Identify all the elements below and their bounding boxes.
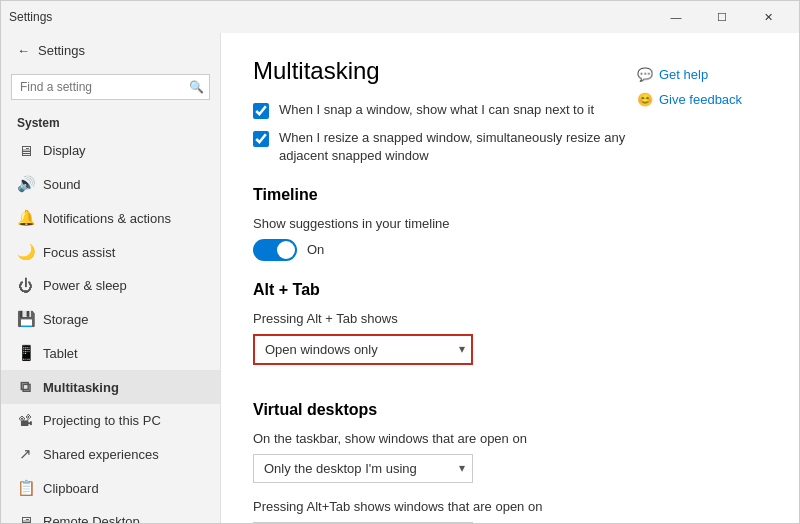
sidebar-item-label: Sound — [43, 177, 81, 192]
sidebar-section-label: System — [1, 106, 220, 134]
give-feedback-link[interactable]: 😊 Give feedback — [637, 92, 742, 107]
alt-tab-section-title: Alt + Tab — [253, 281, 637, 299]
sidebar-item-label: Remote Desktop — [43, 514, 140, 523]
alt-tab-virtual-dropdown[interactable]: Only the desktop I'm using — [253, 522, 473, 523]
sidebar-item-label: Display — [43, 143, 86, 158]
sidebar-item-projecting[interactable]: 📽 Projecting to this PC — [1, 404, 220, 437]
settings-window: Settings — ☐ ✕ ← Settings 🔍 System 🖥 Dis… — [0, 0, 800, 524]
alt-tab-dropdown[interactable]: Open windows only — [253, 334, 473, 365]
shared-icon: ↗ — [17, 445, 33, 463]
multitasking-icon: ⧉ — [17, 378, 33, 396]
sidebar-item-label: Focus assist — [43, 245, 115, 260]
snap-checkbox-2[interactable] — [253, 131, 269, 147]
storage-icon: 💾 — [17, 310, 33, 328]
display-icon: 🖥 — [17, 142, 33, 159]
notifications-icon: 🔔 — [17, 209, 33, 227]
feedback-icon: 😊 — [637, 92, 653, 107]
sidebar-item-label: Multitasking — [43, 380, 119, 395]
window-title: Settings — [9, 10, 52, 24]
search-input[interactable] — [11, 74, 210, 100]
titlebar-left: Settings — [9, 10, 52, 24]
taskbar-dropdown-wrapper: Only the desktop I'm using ▾ — [253, 454, 473, 483]
sidebar-item-label: Storage — [43, 312, 89, 327]
search-container: 🔍 — [11, 74, 210, 100]
clipboard-icon: 📋 — [17, 479, 33, 497]
sidebar-item-label: Projecting to this PC — [43, 413, 161, 428]
sound-icon: 🔊 — [17, 175, 33, 193]
sidebar-item-focus[interactable]: 🌙 Focus assist — [1, 235, 220, 269]
timeline-toggle-row: On — [253, 239, 637, 261]
minimize-button[interactable]: — — [653, 1, 699, 33]
toggle-on-label: On — [307, 242, 324, 257]
virtual-desktops-section-title: Virtual desktops — [253, 401, 637, 419]
sidebar-item-label: Shared experiences — [43, 447, 159, 462]
back-arrow-icon: ← — [17, 43, 30, 58]
close-button[interactable]: ✕ — [745, 1, 791, 33]
taskbar-dropdown[interactable]: Only the desktop I'm using — [253, 454, 473, 483]
back-button[interactable]: ← Settings — [1, 33, 220, 68]
sidebar-item-remote[interactable]: 🖥 Remote Desktop — [1, 505, 220, 523]
sidebar-item-notifications[interactable]: 🔔 Notifications & actions — [1, 201, 220, 235]
snap-checkbox-1[interactable] — [253, 103, 269, 119]
search-icon: 🔍 — [189, 80, 204, 94]
timeline-suggestion-label: Show suggestions in your timeline — [253, 216, 637, 231]
get-help-link[interactable]: 💬 Get help — [637, 67, 708, 82]
remote-icon: 🖥 — [17, 513, 33, 523]
taskbar-label: On the taskbar, show windows that are op… — [253, 431, 637, 446]
timeline-toggle[interactable] — [253, 239, 297, 261]
give-feedback-label: Give feedback — [659, 92, 742, 107]
sidebar-item-label: Tablet — [43, 346, 78, 361]
alt-tab-virtual-dropdown-wrapper: Only the desktop I'm using ▾ — [253, 522, 473, 523]
titlebar: Settings — ☐ ✕ — [1, 1, 799, 33]
toggle-knob — [277, 241, 295, 259]
content-area: Multitasking When I snap a window, show … — [221, 33, 799, 523]
sidebar-item-power[interactable]: ⏻ Power & sleep — [1, 269, 220, 302]
page-title: Multitasking — [253, 57, 637, 85]
sidebar-item-label: Clipboard — [43, 481, 99, 496]
maximize-button[interactable]: ☐ — [699, 1, 745, 33]
sidebar: ← Settings 🔍 System 🖥 Display 🔊 Sound 🔔 … — [1, 33, 221, 523]
alt-tab-pressing-label: Pressing Alt + Tab shows — [253, 311, 637, 326]
back-label: Settings — [38, 43, 85, 58]
projecting-icon: 📽 — [17, 412, 33, 429]
sidebar-item-multitasking[interactable]: ⧉ Multitasking — [1, 370, 220, 404]
titlebar-controls: — ☐ ✕ — [653, 1, 791, 33]
sidebar-item-sound[interactable]: 🔊 Sound — [1, 167, 220, 201]
sidebar-item-label: Notifications & actions — [43, 211, 171, 226]
snap-checkbox-1-label: When I snap a window, show what I can sn… — [279, 101, 594, 119]
sidebar-item-storage[interactable]: 💾 Storage — [1, 302, 220, 336]
focus-icon: 🌙 — [17, 243, 33, 261]
help-icon: 💬 — [637, 67, 653, 82]
power-icon: ⏻ — [17, 277, 33, 294]
alt-tab-virtual-label: Pressing Alt+Tab shows windows that are … — [253, 499, 637, 514]
sidebar-item-display[interactable]: 🖥 Display — [1, 134, 220, 167]
snap-checkbox-2-label: When I resize a snapped window, simultan… — [279, 129, 637, 165]
sidebar-item-tablet[interactable]: 📱 Tablet — [1, 336, 220, 370]
sidebar-item-shared[interactable]: ↗ Shared experiences — [1, 437, 220, 471]
snap-checkbox-row-2: When I resize a snapped window, simultan… — [253, 129, 637, 165]
sidebar-item-clipboard[interactable]: 📋 Clipboard — [1, 471, 220, 505]
tablet-icon: 📱 — [17, 344, 33, 362]
get-help-label: Get help — [659, 67, 708, 82]
sidebar-item-label: Power & sleep — [43, 278, 127, 293]
main-content: ← Settings 🔍 System 🖥 Display 🔊 Sound 🔔 … — [1, 33, 799, 523]
timeline-section-title: Timeline — [253, 186, 637, 204]
snap-checkbox-row-1: When I snap a window, show what I can sn… — [253, 101, 637, 119]
alt-tab-dropdown-wrapper: Open windows only ▾ — [253, 334, 473, 365]
